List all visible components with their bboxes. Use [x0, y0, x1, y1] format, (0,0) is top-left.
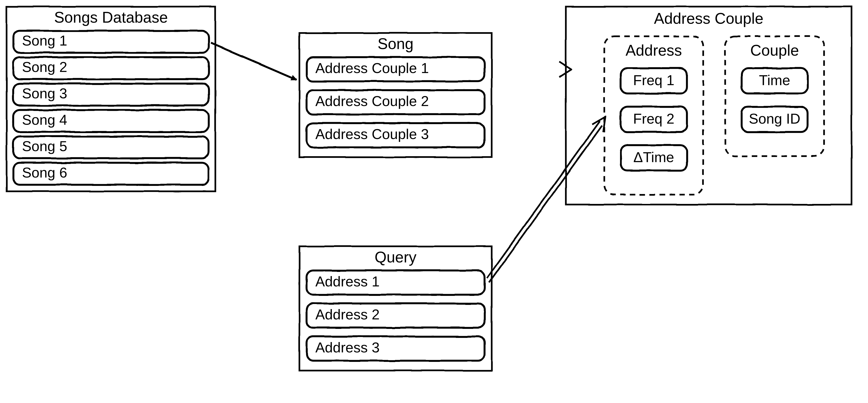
query-item: Address 1 [307, 270, 485, 295]
item-label: Address 2 [315, 307, 380, 322]
item-label: Time [759, 72, 790, 88]
couple-item: Time [742, 68, 808, 93]
item-label: Song 5 [22, 138, 67, 154]
item-label: Address 1 [315, 274, 380, 289]
arrow-query-to-address [487, 117, 605, 283]
svg-line-25 [487, 121, 600, 278]
query-box: Query Address 1 Address 2 Address 3 [299, 247, 492, 371]
query-item: Address 2 [307, 304, 485, 328]
address-couple-title: Address Couple [654, 10, 763, 27]
couple-group-title: Couple [750, 42, 799, 59]
song-box: Song Address Couple 1 Address Couple 2 A… [299, 33, 492, 157]
songs-database-item: Song 2 [13, 57, 209, 79]
item-label: Song 2 [22, 59, 67, 75]
song-item: Address Couple 1 [307, 57, 485, 81]
address-item: Freq 2 [621, 107, 687, 132]
item-label: Song 1 [22, 33, 67, 49]
arrow-song-to-addresscouple [487, 62, 571, 77]
songs-database-item: Song 3 [13, 84, 209, 106]
item-label: ΔTime [633, 149, 674, 165]
item-label: Song 3 [22, 85, 67, 102]
songs-database-item: Song 4 [13, 110, 209, 132]
item-label: Address 3 [315, 339, 380, 355]
song-title: Song [378, 35, 413, 52]
address-group-title: Address [625, 42, 682, 59]
item-label: Address Couple 1 [315, 60, 429, 76]
address-item: ΔTime [621, 145, 687, 171]
songs-database-item: Song 6 [13, 163, 209, 185]
address-couple-box: Address Couple Address Freq 1 Freq 2 ΔTi… [566, 7, 851, 205]
item-label: Song ID [749, 111, 801, 127]
song-item: Address Couple 2 [307, 90, 485, 114]
couple-group: Couple Time Song ID [725, 36, 824, 156]
arrow-songsdb-to-song [211, 43, 297, 80]
diagram-canvas: Songs Database Song 1 Song 2 Song 3 Song… [0, 0, 868, 403]
songs-database-item: Song 1 [13, 31, 209, 53]
query-item: Address 3 [307, 337, 485, 361]
address-group: Address Freq 1 Freq 2 ΔTime [604, 36, 703, 195]
item-label: Address Couple 2 [315, 93, 429, 109]
query-title: Query [375, 249, 416, 266]
item-label: Freq 2 [633, 111, 674, 127]
songs-database-item: Song 5 [13, 136, 209, 159]
songs-database-box: Songs Database Song 1 Song 2 Song 3 Song… [7, 7, 215, 191]
song-item: Address Couple 3 [307, 123, 485, 147]
item-label: Freq 1 [633, 72, 674, 88]
songs-database-title: Songs Database [54, 9, 168, 26]
item-label: Song 4 [22, 112, 67, 128]
couple-item: Song ID [742, 107, 808, 132]
item-label: Song 6 [22, 165, 67, 181]
item-label: Address Couple 3 [315, 126, 429, 142]
address-item: Freq 1 [621, 68, 687, 93]
